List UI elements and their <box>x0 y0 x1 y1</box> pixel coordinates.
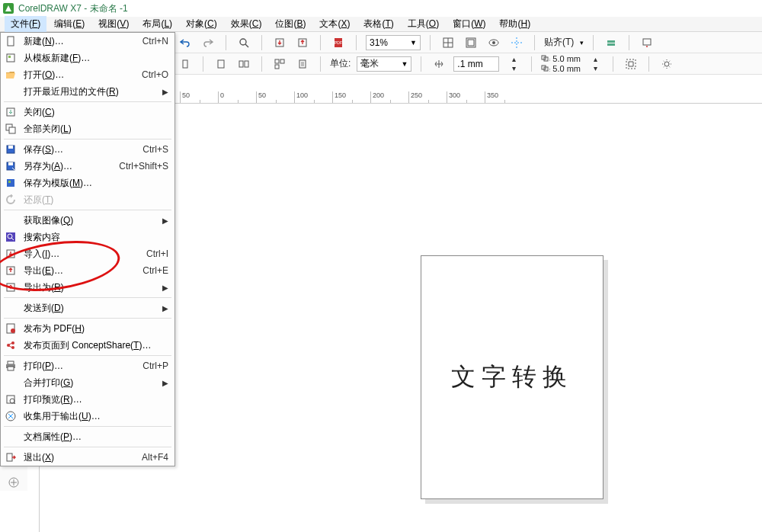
file-menu-item[interactable]: 另存为(A)…Ctrl+Shift+S <box>1 158 174 175</box>
chevron-down-icon[interactable]: ▾ <box>580 39 584 46</box>
menu-位图b[interactable]: 位图(B) <box>269 16 312 32</box>
collect-icon <box>4 409 18 423</box>
file-menu-item[interactable]: 打印(P)…Ctrl+P <box>1 357 174 374</box>
current-page-icon[interactable] <box>294 56 311 72</box>
snap-grid-icon[interactable] <box>440 34 456 51</box>
file-menu-item[interactable]: 获取图像(Q)▶ <box>1 212 174 229</box>
ruler-tick: 200 <box>370 91 408 103</box>
svg-rect-45 <box>8 162 13 165</box>
export-icon <box>4 264 18 277</box>
canvas-page[interactable]: 文字转换 <box>421 255 604 499</box>
file-menu-item[interactable]: 发送到(D)▶ <box>1 300 174 316</box>
file-menu-item[interactable]: 从模板新建(F)… <box>1 50 174 66</box>
undo-icon[interactable] <box>177 34 194 51</box>
app-logo-icon <box>3 3 14 14</box>
import-icon[interactable] <box>271 34 288 51</box>
unit-select[interactable]: 毫米 ▼ <box>357 56 411 72</box>
ruler-tick: 50 <box>256 91 294 103</box>
file-menu-item[interactable]: 发布页面到 ConceptShare(T)… <box>1 337 174 354</box>
separator <box>320 56 321 72</box>
menu-文件f[interactable]: 文件(F) <box>5 16 46 32</box>
zoom-field[interactable]: 31% ▼ <box>366 35 421 50</box>
guides-icon[interactable] <box>508 34 525 51</box>
svg-rect-68 <box>7 453 12 461</box>
fullscreen-icon[interactable] <box>463 34 479 51</box>
ruler-tick: 300 <box>447 91 485 103</box>
menu-表格t[interactable]: 表格(T) <box>357 16 399 32</box>
file-menu-item[interactable]: 导出为(R)▶ <box>1 279 174 296</box>
menu-效果c[interactable]: 效果(C) <box>225 16 268 32</box>
submenu-arrow-icon: ▶ <box>162 284 168 292</box>
file-menu-item[interactable]: 搜索内容 <box>1 229 174 245</box>
search-icon[interactable] <box>235 34 252 51</box>
dup-y-value[interactable]: 5.0 mm <box>552 64 581 73</box>
menu-视图v[interactable]: 视图(V) <box>92 16 135 32</box>
file-menu-item[interactable]: 打开最近用过的文件(R)▶ <box>1 83 174 100</box>
svg-point-35 <box>664 62 669 66</box>
svg-rect-21 <box>239 61 243 67</box>
menu-编辑e[interactable]: 编辑(E) <box>48 16 91 32</box>
orientation-portrait-icon[interactable] <box>177 56 194 72</box>
svg-line-1 <box>245 44 248 47</box>
dup-spinner[interactable]: ▴▾ <box>587 56 604 72</box>
file-menu-item[interactable]: 发布为 PDF(H) <box>1 320 174 337</box>
file-menu-item[interactable]: 文档属性(P)… <box>1 428 174 445</box>
file-menu-item[interactable]: 收集用于输出(U)… <box>1 408 174 425</box>
nudge-field[interactable]: .1 mm <box>453 56 499 72</box>
pdf-icon[interactable]: PDF <box>330 34 347 51</box>
file-menu-item[interactable]: 保存(S)…Ctrl+S <box>1 141 174 158</box>
menu-窗口w[interactable]: 窗口(W) <box>447 16 491 32</box>
all-pages-icon[interactable] <box>271 56 288 72</box>
close-icon <box>4 105 18 119</box>
menu-帮助h[interactable]: 帮助(H) <box>493 16 536 32</box>
menu-item-label: 合并打印(G) <box>24 377 156 389</box>
file-menu-item[interactable]: 退出(X)Alt+F4 <box>1 449 174 466</box>
page-facing-icon[interactable] <box>235 56 252 72</box>
unit-value: 毫米 <box>360 57 379 70</box>
file-menu-item[interactable]: 关闭(C) <box>1 104 174 120</box>
file-menu-item[interactable]: 新建(N)…Ctrl+N <box>1 33 174 50</box>
separator <box>261 56 262 72</box>
svg-point-0 <box>240 39 246 45</box>
svg-rect-41 <box>9 127 15 133</box>
launch-icon[interactable] <box>639 34 655 51</box>
svg-rect-16 <box>607 43 615 46</box>
menu-文本x[interactable]: 文本(X) <box>313 16 356 32</box>
dup-y-icon: y <box>541 65 550 72</box>
file-menu-item[interactable]: 导出(E)…Ctrl+E <box>1 262 174 279</box>
dup-x-value[interactable]: 5.0 mm <box>552 54 581 63</box>
options-icon[interactable] <box>603 34 620 51</box>
menu-对象c[interactable]: 对象(C) <box>180 16 223 32</box>
file-menu-item[interactable]: 全部关闭(L) <box>1 120 174 137</box>
ruler-tick: 350 <box>485 91 523 103</box>
export-icon[interactable] <box>294 34 311 51</box>
dup-x-icon: x <box>541 55 550 62</box>
ruler-tick: 0 <box>218 91 256 103</box>
page-single-icon[interactable] <box>213 56 229 72</box>
svg-rect-61 <box>8 361 14 364</box>
file-menu-item[interactable]: 导入(I)…Ctrl+I <box>1 245 174 262</box>
file-menu-item[interactable]: 打开(O)…Ctrl+O <box>1 66 174 83</box>
options-gear-icon[interactable] <box>658 56 675 72</box>
chevron-down-icon: ▼ <box>401 60 408 68</box>
file-menu-item[interactable]: 打印预览(R)… <box>1 391 174 408</box>
add-page-icon[interactable] <box>5 474 22 491</box>
separator <box>648 56 649 72</box>
snap-label: 贴齐(T) <box>544 36 574 49</box>
separator <box>421 56 421 72</box>
svg-text:PDF: PDF <box>335 40 342 45</box>
menu-item-label: 打开(O)… <box>24 69 136 82</box>
menu-布局l[interactable]: 布局(L) <box>136 16 178 32</box>
separator <box>261 35 262 50</box>
menu-shortcut: Ctrl+N <box>142 36 168 46</box>
redo-icon[interactable] <box>200 34 216 51</box>
preview-icon[interactable] <box>485 34 502 51</box>
nudge-spinner[interactable]: ▴▾ <box>505 56 522 72</box>
menu-工具o[interactable]: 工具(O) <box>402 16 445 32</box>
file-menu-item[interactable]: 保存为模版(M)… <box>1 175 174 191</box>
treat-as-filled-icon[interactable] <box>623 56 639 72</box>
svg-rect-36 <box>8 37 14 46</box>
separator <box>356 35 357 50</box>
menu-shortcut: Ctrl+Shift+S <box>119 161 168 171</box>
file-menu-item[interactable]: 合并打印(G)▶ <box>1 374 174 391</box>
